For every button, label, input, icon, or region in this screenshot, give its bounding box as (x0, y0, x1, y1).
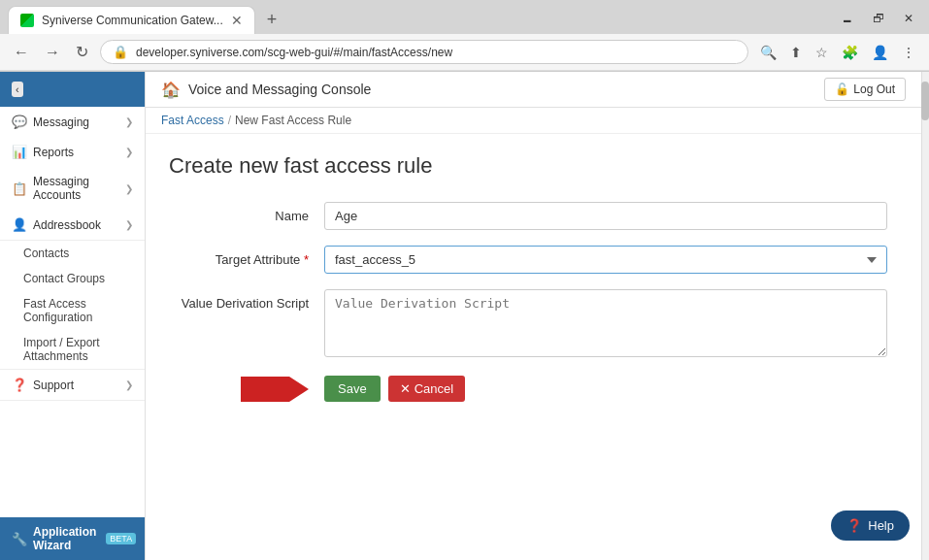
url-text: developer.syniverse.com/scg-web-gui/#/ma… (136, 46, 736, 59)
sidebar-item-messaging[interactable]: 💬 Messaging ❯ (0, 107, 145, 137)
sidebar-item-fast-access[interactable]: Fast Access Configuration (0, 291, 145, 330)
breadcrumb-separator: / (228, 114, 231, 127)
contacts-label: Contacts (23, 247, 69, 260)
sidebar-support-label: Support (33, 379, 119, 392)
help-label: Help (868, 518, 894, 533)
top-bar-right: 🔓 Log Out (824, 78, 906, 101)
tab-favicon (20, 14, 34, 27)
scrollbar-thumb[interactable] (921, 82, 929, 120)
form-area: Create new fast access rule Name Target … (146, 134, 921, 560)
share-icon[interactable]: ⬆ (786, 43, 806, 62)
new-tab-button[interactable]: + (259, 6, 285, 34)
logout-button[interactable]: 🔓 Log Out (824, 78, 906, 101)
reports-arrow-icon: ❯ (125, 147, 133, 157)
cancel-label: Cancel (415, 381, 453, 396)
script-textarea[interactable] (324, 289, 887, 357)
arrow-container (169, 377, 324, 402)
sidebar-back-button[interactable]: ‹ (12, 82, 23, 97)
sidebar-item-import-export[interactable]: Import / Export Attachments (0, 330, 145, 369)
refresh-button[interactable]: ↻ (72, 41, 92, 63)
tab-close-icon[interactable]: ✕ (231, 13, 243, 28)
sidebar-item-contacts[interactable]: Contacts (0, 241, 145, 266)
minimize-button[interactable]: 🗕 (834, 10, 861, 27)
beta-badge: BETA (106, 533, 136, 544)
name-control (324, 202, 887, 230)
active-tab[interactable]: Syniverse Communication Gatew... ✕ (8, 6, 255, 34)
save-button[interactable]: Save (324, 376, 381, 402)
window-controls: 🗕 🗗 ✕ (834, 10, 921, 31)
action-buttons: Save ✕ Cancel (324, 376, 465, 402)
app-title: Voice and Messaging Console (188, 82, 371, 97)
sidebar-item-contact-groups[interactable]: Contact Groups (0, 266, 145, 291)
fast-access-label: Fast Access Configuration (23, 297, 133, 324)
extensions-icon[interactable]: 🧩 (838, 43, 862, 62)
nav-bar: ← → ↻ 🔒 developer.syniverse.com/scg-web-… (0, 34, 929, 71)
messaging-accounts-arrow-icon: ❯ (125, 183, 133, 194)
sidebar-header: ‹ (0, 72, 145, 107)
sidebar-item-support[interactable]: ❓ Support ❯ (0, 370, 145, 400)
sidebar-messaging-label: Messaging (33, 115, 119, 129)
tab-title: Syniverse Communication Gatew... (42, 14, 223, 27)
top-bar-left: 🏠 Voice and Messaging Console (161, 81, 371, 99)
menu-icon[interactable]: ⋮ (898, 43, 919, 62)
name-row: Name (169, 202, 898, 230)
app-wizard-label: Application Wizard (33, 525, 96, 552)
top-bar: 🏠 Voice and Messaging Console 🔓 Log Out (146, 72, 921, 108)
target-control: fast_access_1 fast_access_2 fast_access_… (324, 246, 887, 274)
arrow-pointer (241, 377, 309, 402)
import-export-label: Import / Export Attachments (23, 336, 133, 363)
actions-row: Save ✕ Cancel (169, 376, 898, 402)
support-arrow-icon: ❯ (125, 379, 133, 390)
help-icon: ❓ (846, 518, 862, 533)
messaging-arrow-icon: ❯ (125, 116, 133, 127)
script-control (324, 289, 887, 360)
sidebar-section-support: ❓ Support ❯ (0, 370, 145, 401)
addressbook-arrow-icon: ❯ (125, 219, 133, 230)
reports-icon: 📊 (12, 145, 27, 159)
sidebar-messaging-accounts-label: Messaging Accounts (33, 175, 119, 202)
name-label: Name (169, 202, 324, 223)
breadcrumb-fast-access-link[interactable]: Fast Access (161, 114, 224, 127)
sidebar-reports-label: Reports (33, 146, 119, 159)
required-marker: * (304, 252, 309, 267)
breadcrumb-current-page: New Fast Access Rule (235, 114, 351, 127)
messaging-icon: 💬 (12, 115, 27, 129)
bookmark-icon[interactable]: ☆ (812, 43, 832, 62)
close-button[interactable]: ✕ (896, 10, 921, 27)
back-button[interactable]: ← (10, 42, 33, 63)
target-attribute-row: Target Attribute * fast_access_1 fast_ac… (169, 246, 898, 274)
contact-groups-label: Contact Groups (23, 272, 105, 285)
logout-icon: 🔓 (835, 82, 849, 96)
scrollbar[interactable] (921, 72, 929, 560)
cancel-button[interactable]: ✕ Cancel (388, 376, 465, 402)
browser-chrome: Syniverse Communication Gatew... ✕ + 🗕 🗗… (0, 0, 929, 72)
maximize-button[interactable]: 🗗 (865, 10, 892, 27)
addressbook-icon: 👤 (12, 217, 27, 232)
script-label: Value Derivation Script (169, 289, 324, 311)
target-label: Target Attribute * (169, 246, 324, 267)
messaging-accounts-icon: 📋 (12, 181, 27, 196)
name-input[interactable] (324, 202, 887, 230)
sidebar-item-app-wizard[interactable]: 🔧 Application Wizard BETA (0, 517, 145, 560)
address-bar[interactable]: 🔒 developer.syniverse.com/scg-web-gui/#/… (100, 40, 748, 64)
forward-button[interactable]: → (41, 42, 64, 63)
support-icon: ❓ (12, 378, 27, 392)
logout-label: Log Out (853, 82, 895, 96)
sidebar-item-reports[interactable]: 📊 Reports ❯ (0, 137, 145, 167)
help-button[interactable]: ❓ Help (831, 511, 910, 541)
script-row: Value Derivation Script (169, 289, 898, 360)
sidebar-item-messaging-accounts[interactable]: 📋 Messaging Accounts ❯ (0, 167, 145, 210)
search-icon[interactable]: 🔍 (756, 43, 780, 62)
arrow-body (241, 377, 289, 402)
sidebar-item-addressbook[interactable]: 👤 Addressbook ❯ (0, 210, 145, 240)
target-attribute-select[interactable]: fast_access_1 fast_access_2 fast_access_… (324, 246, 887, 274)
sidebar-section-addressbook-sub: Contacts Contact Groups Fast Access Conf… (0, 241, 145, 370)
home-icon: 🏠 (161, 81, 181, 99)
sidebar: ‹ 💬 Messaging ❯ 📊 Reports ❯ 📋 Messaging … (0, 72, 146, 560)
breadcrumb: Fast Access / New Fast Access Rule (146, 108, 921, 134)
form-title: Create new fast access rule (169, 153, 898, 179)
profile-icon[interactable]: 👤 (868, 43, 892, 62)
main-content: 🏠 Voice and Messaging Console 🔓 Log Out … (146, 72, 921, 560)
app-wizard-icon: 🔧 (12, 532, 27, 546)
nav-icons: 🔍 ⬆ ☆ 🧩 👤 ⋮ (756, 43, 919, 62)
